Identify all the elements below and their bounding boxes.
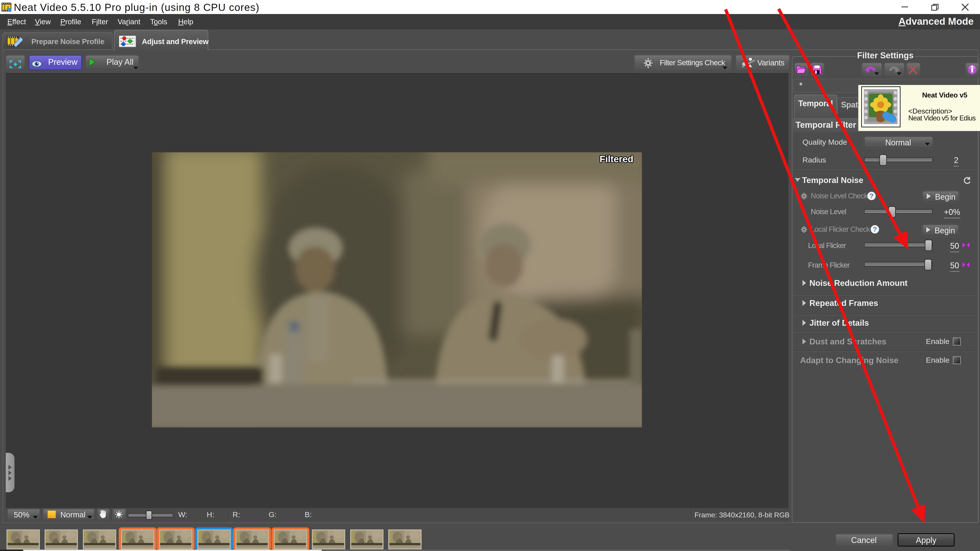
svg-text:?: ? bbox=[873, 225, 877, 233]
svg-text:?: ? bbox=[870, 192, 873, 200]
